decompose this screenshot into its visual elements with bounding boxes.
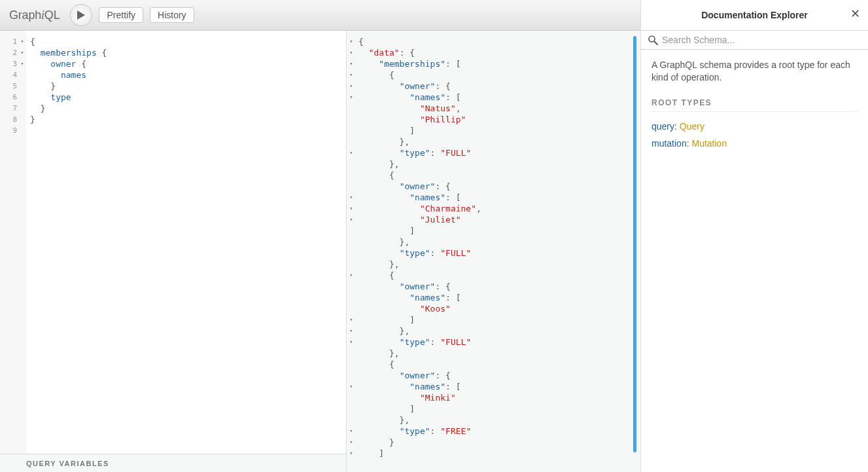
code-line[interactable]: names (30, 69, 346, 81)
code-line: "type": "FULL" (358, 336, 640, 348)
fold-marker[interactable]: ▾ (347, 314, 356, 325)
fold-marker[interactable]: ▾ (347, 426, 356, 437)
fold-marker[interactable]: ▾ (347, 437, 356, 448)
fold-marker (18, 92, 26, 103)
result-scrollbar[interactable] (633, 36, 636, 452)
fold-marker[interactable]: ▾ (347, 36, 356, 47)
fold-marker[interactable]: ▾ (347, 81, 356, 92)
fold-marker (347, 103, 356, 114)
query-editor[interactable]: 123456789 ▾▾▾ { memberships { owner { na… (0, 31, 346, 454)
line-number: 7 (4, 103, 17, 114)
line-number-gutter: 123456789 (0, 31, 18, 454)
doc-title: Documentation Explorer (701, 10, 808, 20)
query-code[interactable]: { memberships { owner { names } type }} (26, 31, 346, 454)
result-fold-gutter[interactable]: ▾▾▾▾▾▾▾▾▾▾▾▾▾▾▾▾▾▾▾ (347, 31, 356, 472)
fold-marker (347, 292, 356, 303)
line-number: 4 (4, 69, 17, 81)
colon: : (674, 121, 680, 132)
fold-gutter[interactable]: ▾▾▾ (18, 31, 26, 454)
fold-marker (347, 348, 356, 359)
code-line: }, (358, 136, 640, 147)
code-line: ] (358, 314, 640, 325)
svg-line-1 (654, 41, 657, 45)
fold-marker[interactable]: ▾ (347, 47, 356, 58)
fold-marker[interactable]: ▾ (18, 36, 26, 47)
documentation-explorer: Documentation Explorer ✕ A GraphQL schem… (640, 0, 868, 472)
search-input[interactable] (662, 35, 861, 45)
fold-marker (347, 259, 356, 270)
fold-marker[interactable]: ▾ (347, 214, 356, 225)
code-line[interactable]: } (30, 114, 346, 125)
code-line: "type": "FULL" (358, 247, 640, 259)
fold-marker (18, 69, 26, 81)
prettify-button[interactable]: Prettify (99, 7, 143, 23)
fold-marker[interactable]: ▾ (347, 203, 356, 214)
fold-marker[interactable]: ▾ (18, 47, 26, 58)
code-line: "type": "FREE" (358, 426, 640, 437)
fold-marker (347, 303, 356, 314)
fold-marker (18, 114, 26, 125)
graphiql-logo: GraphiQL (5, 9, 63, 22)
fold-marker[interactable]: ▾ (18, 58, 26, 69)
code-line: { (358, 36, 640, 47)
line-number: 5 (4, 81, 17, 92)
doc-header: Documentation Explorer ✕ (641, 0, 868, 31)
code-line: ] (358, 225, 640, 236)
line-number: 9 (4, 125, 17, 136)
fold-marker[interactable]: ▾ (347, 270, 356, 281)
fold-marker (18, 81, 26, 92)
fold-marker (347, 114, 356, 125)
fold-marker (347, 225, 356, 236)
fold-marker[interactable]: ▾ (347, 147, 356, 158)
fold-marker[interactable]: ▾ (347, 92, 356, 103)
play-icon (77, 10, 85, 20)
field-name: query (651, 121, 674, 132)
fold-marker (347, 403, 356, 414)
code-line[interactable]: { (30, 36, 346, 47)
history-button[interactable]: History (150, 7, 194, 23)
code-line: "Minki" (358, 392, 640, 403)
code-line[interactable]: memberships { (30, 47, 346, 58)
result-editor[interactable]: ▾▾▾▾▾▾▾▾▾▾▾▾▾▾▾▾▾▾▾ { "data": { "members… (347, 31, 640, 472)
query-variables-header[interactable]: Query Variables (0, 454, 346, 472)
fold-marker[interactable]: ▾ (347, 58, 356, 69)
fold-marker (347, 170, 356, 181)
code-line: "Phillip" (358, 114, 640, 125)
fold-marker (347, 459, 356, 470)
main-area: GraphiQL Prettify History 123456789 ▾▾▾ … (0, 0, 640, 472)
fold-marker[interactable]: ▾ (347, 448, 356, 459)
line-number: 2 (4, 47, 17, 58)
fold-marker (347, 370, 356, 381)
fold-marker[interactable]: ▾ (347, 325, 356, 336)
close-icon[interactable]: ✕ (850, 8, 860, 20)
query-pane: 123456789 ▾▾▾ { memberships { owner { na… (0, 31, 347, 472)
code-line: }, (358, 325, 640, 336)
fold-marker[interactable]: ▾ (347, 336, 356, 348)
fold-marker (347, 136, 356, 147)
fold-marker (347, 414, 356, 426)
field-type[interactable]: Query (680, 121, 704, 132)
fold-marker[interactable]: ▾ (347, 192, 356, 203)
code-line: "names": [ (358, 381, 640, 392)
code-line: { (358, 359, 640, 370)
fold-marker (18, 103, 26, 114)
code-line: }, (358, 236, 640, 247)
fold-marker[interactable]: ▾ (347, 69, 356, 81)
code-line[interactable]: owner { (30, 58, 346, 69)
code-line[interactable]: type (30, 92, 346, 103)
code-line: ] (358, 448, 640, 459)
execute-button[interactable] (70, 4, 92, 26)
doc-body: A GraphQL schema provides a root type fo… (641, 50, 868, 164)
doc-section-title: ROOT TYPES (651, 98, 858, 112)
fold-marker (347, 359, 356, 370)
doc-field-mutation[interactable]: mutation: Mutation (651, 138, 858, 149)
code-line: ] (358, 403, 640, 414)
field-type[interactable]: Mutation (691, 138, 727, 149)
code-line[interactable]: } (30, 103, 346, 114)
doc-search[interactable] (641, 31, 868, 50)
code-line[interactable]: } (30, 81, 346, 92)
line-number: 3 (4, 58, 17, 69)
fold-marker[interactable]: ▾ (347, 381, 356, 392)
doc-field-query[interactable]: query: Query (651, 121, 858, 132)
code-line: "memberships": [ (358, 58, 640, 69)
